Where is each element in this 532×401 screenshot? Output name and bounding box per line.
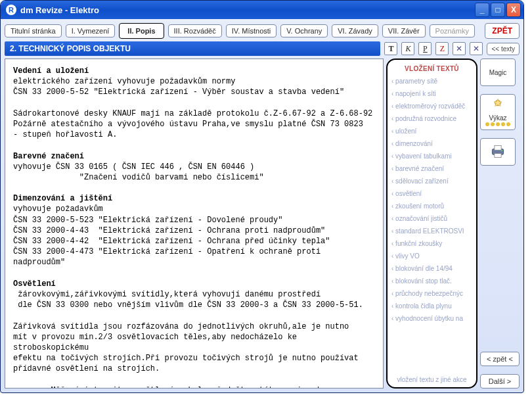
- text-editor[interactable]: Vedení a uložení elektrického zařízení v…: [5, 59, 384, 389]
- prev-button[interactable]: < zpět <: [480, 352, 520, 366]
- insert-item[interactable]: podružná rozvodnice: [391, 112, 472, 125]
- svg-point-9: [501, 150, 502, 151]
- minimize-button[interactable]: _: [475, 3, 489, 17]
- insert-item[interactable]: vybavení tabulkami: [391, 150, 472, 162]
- insert-item[interactable]: standard ELEKTROSVI: [391, 225, 472, 237]
- next-button[interactable]: Další >: [480, 374, 520, 389]
- insert-item[interactable]: napojení k síti: [391, 87, 472, 100]
- tab-titulni[interactable]: Titulní stránka: [5, 24, 62, 37]
- tab-ochrany[interactable]: V. Ochrany: [280, 24, 328, 37]
- insert-item[interactable]: sdělovací zařízení: [391, 175, 472, 187]
- insert-item[interactable]: vyhodnocení úbytku na: [391, 312, 472, 325]
- magic-button[interactable]: Magic: [480, 59, 516, 86]
- print-button[interactable]: [480, 138, 516, 166]
- wizard-icon: [489, 97, 507, 113]
- tab-mistnosti[interactable]: IV. Místnosti: [226, 24, 277, 37]
- beads-icon: [485, 122, 511, 127]
- svg-point-5: [506, 122, 510, 126]
- maximize-button[interactable]: □: [491, 3, 505, 17]
- right-tools: Magic Výkaz: [480, 59, 520, 389]
- svg-point-3: [496, 122, 500, 126]
- window-title: dm Revize - Elektro: [20, 5, 99, 15]
- back-button[interactable]: ZPĚT: [485, 23, 520, 39]
- tabs-row: Titulní stránka I. Vymezení II. Popis II…: [5, 23, 520, 39]
- main-row: Vedení a uložení elektrického zařízení v…: [5, 59, 520, 389]
- insert-item[interactable]: uložení: [391, 125, 472, 137]
- wizard-label: Výkaz: [489, 114, 506, 122]
- insert-from-other[interactable]: vložení textu z jiné akce: [391, 376, 472, 383]
- insert-item[interactable]: osvětlení: [391, 187, 472, 200]
- insert-item[interactable]: dimenzování: [391, 137, 472, 150]
- insert-item[interactable]: parametry sítě: [391, 75, 472, 87]
- toolbar-row: 2. TECHNICKÝ POPIS OBJEKTU T K P Z ✕ ✕ <…: [5, 41, 520, 56]
- format-italic-button[interactable]: K: [401, 42, 414, 55]
- insert-item[interactable]: funkční zkoušky: [391, 237, 472, 250]
- svg-rect-8: [495, 153, 501, 157]
- content-area: Titulní stránka I. Vymezení II. Popis II…: [1, 19, 523, 392]
- insert-item[interactable]: blokování stop tlač.: [391, 275, 472, 287]
- insert-item[interactable]: zkoušení motorů: [391, 200, 472, 212]
- format-x2-button[interactable]: ✕: [470, 42, 483, 55]
- close-button[interactable]: X: [506, 3, 521, 17]
- insert-list: parametry sítěnapojení k sítielektroměro…: [391, 75, 472, 373]
- insert-item[interactable]: barevné značení: [391, 162, 472, 175]
- app-window: R dm Revize - Elektro _ □ X Titulní strá…: [0, 0, 524, 393]
- insert-panel: VLOŽENÍ TEXTŮ parametry sítěnapojení k s…: [386, 59, 477, 389]
- tab-rozvadec[interactable]: III. Rozváděč: [168, 24, 222, 37]
- svg-point-4: [501, 122, 505, 126]
- tab-popis[interactable]: II. Popis: [119, 23, 164, 39]
- app-icon: R: [6, 5, 16, 15]
- insert-item[interactable]: označování jističů: [391, 212, 472, 225]
- editor-wrap: Vedení a uložení elektrického zařízení v…: [5, 59, 477, 389]
- format-bold-button[interactable]: T: [384, 42, 397, 55]
- tab-poznamky[interactable]: Poznámky: [430, 24, 475, 37]
- svg-point-2: [491, 122, 495, 126]
- printer-icon: [489, 143, 507, 159]
- tab-zavady[interactable]: VI. Závady: [332, 24, 378, 37]
- magic-label: Magic: [489, 69, 507, 76]
- format-underline-button[interactable]: P: [418, 42, 432, 55]
- insert-panel-title: VLOŽENÍ TEXTŮ: [391, 65, 472, 72]
- wizard-button[interactable]: Výkaz: [480, 94, 516, 130]
- insert-item[interactable]: elektroměrový rozváděč: [391, 100, 472, 112]
- insert-item[interactable]: průchody nebezpečnýc: [391, 287, 472, 300]
- tab-zaver[interactable]: VII. Závěr: [382, 24, 426, 37]
- format-x1-button[interactable]: ✕: [453, 42, 466, 55]
- insert-item[interactable]: blokování dle 14/94: [391, 262, 472, 275]
- insert-item[interactable]: kontrola čidla plynu: [391, 300, 472, 312]
- svg-rect-7: [495, 145, 501, 150]
- insert-item[interactable]: vlivy VO: [391, 250, 472, 262]
- titlebar[interactable]: R dm Revize - Elektro _ □ X: [1, 1, 523, 19]
- section-title: 2. TECHNICKÝ POPIS OBJEKTU: [5, 41, 380, 56]
- svg-point-1: [485, 122, 489, 126]
- texts-toggle-button[interactable]: << texty: [487, 43, 520, 55]
- format-z-button[interactable]: Z: [435, 42, 449, 55]
- tab-vymezeni[interactable]: I. Vymezení: [66, 24, 116, 37]
